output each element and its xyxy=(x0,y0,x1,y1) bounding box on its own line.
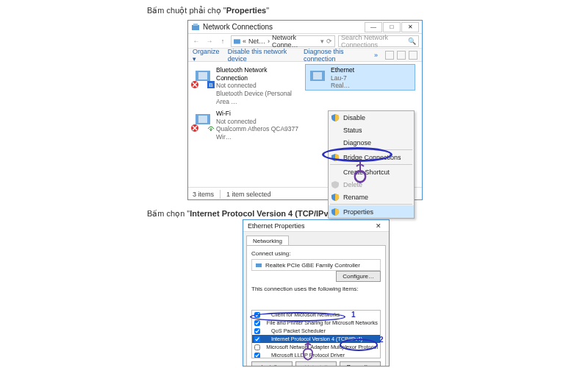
ethernet-icon xyxy=(307,66,328,87)
titlebar[interactable]: Network Connections — □ ✕ xyxy=(188,21,422,34)
bluetooth-badge-icon: B xyxy=(207,81,215,88)
disable-device-button[interactable]: Disable this network device xyxy=(228,48,296,63)
component-icon xyxy=(262,311,269,318)
instruction-1: Bấm chuột phải chọ "Properties" xyxy=(147,6,269,15)
list-item[interactable]: QoS Packet Scheduler xyxy=(252,327,380,335)
control-panel-icon xyxy=(191,23,200,32)
breadcrumb-seg[interactable]: Net… xyxy=(248,38,265,45)
checkbox[interactable] xyxy=(254,336,260,342)
adapter-field: Realtek PCIe GBE Family Controller xyxy=(251,259,381,271)
checkbox[interactable] xyxy=(254,328,260,334)
list-item[interactable]: Microsoft LLDP Protocol Driver xyxy=(252,351,380,358)
help-icon[interactable] xyxy=(409,51,417,60)
more-button[interactable]: » xyxy=(374,52,378,59)
breadcrumb-seg[interactable]: Network Conne… xyxy=(272,34,318,49)
context-menu: Disable Status Diagnose Bridge Connectio… xyxy=(328,110,415,219)
adapter-icon xyxy=(255,261,262,269)
menu-properties[interactable]: Properties xyxy=(329,205,414,218)
menu-delete: Delete xyxy=(329,178,414,191)
checkbox[interactable] xyxy=(254,344,260,350)
selected-count: 1 item selected xyxy=(226,191,271,198)
menu-disable[interactable]: Disable xyxy=(329,111,414,124)
breadcrumb-seg[interactable]: « xyxy=(243,38,246,45)
connect-using-label: Connect using: xyxy=(251,250,381,257)
breadcrumb-sep: › xyxy=(268,38,270,45)
annotation-2: 2 xyxy=(379,336,384,344)
menu-status[interactable]: Status xyxy=(329,124,414,136)
view-icon[interactable] xyxy=(385,51,394,60)
shield-icon xyxy=(331,113,340,122)
connection-item-wifi[interactable]: Wi-Fi Not connected Qualcomm Atheros QCA… xyxy=(191,108,300,143)
breadcrumb[interactable]: « Net… › Network Conne… ▾ ⟳ xyxy=(231,35,335,47)
checkbox[interactable] xyxy=(254,353,260,358)
minimize-button[interactable]: — xyxy=(365,22,382,32)
close-button[interactable]: ✕ xyxy=(401,22,419,32)
component-icon xyxy=(262,319,265,326)
search-input[interactable]: Search Network Connections 🔍 xyxy=(338,35,419,47)
item-count: 3 items xyxy=(193,191,214,198)
shield-icon xyxy=(331,153,340,162)
ethernet-properties-window: Ethernet Properties ✕ Networking Connect… xyxy=(243,219,390,367)
text-bold: Properties xyxy=(226,6,266,15)
dropdown-icon[interactable]: ▾ xyxy=(320,38,324,45)
connection-info: Ethernet Lau-7 Real… xyxy=(331,66,354,88)
view-icon[interactable] xyxy=(397,51,406,60)
list-item[interactable]: File and Printer Sharing for Microsoft N… xyxy=(252,319,380,327)
shield-icon xyxy=(331,180,340,189)
checkbox[interactable] xyxy=(254,320,260,326)
disabled-badge-icon xyxy=(191,124,198,132)
svg-rect-15 xyxy=(256,263,262,267)
organize-menu[interactable]: Organize ▾ xyxy=(193,48,220,63)
forward-button[interactable]: → xyxy=(204,36,215,46)
list-item-tcpipv4[interactable]: Internet Protocol Version 4 (TCP/IPv4) xyxy=(252,335,380,343)
shield-icon xyxy=(331,193,340,202)
diagnose-button[interactable]: Diagnose this connection xyxy=(304,48,367,63)
shield-icon xyxy=(331,208,340,216)
uninstall-button: Uninstall xyxy=(295,361,337,367)
uses-label: This connection uses the following items… xyxy=(251,286,381,292)
maximize-button[interactable]: □ xyxy=(383,22,401,32)
connection-item-ethernet[interactable]: Ethernet Lau-7 Real… xyxy=(306,65,415,90)
connection-item-bluetooth[interactable]: B Bluetooth Network Connection Not conne… xyxy=(191,65,300,107)
search-icon: 🔍 xyxy=(408,38,416,45)
adapter-name: Realtek PCIe GBE Family Controller xyxy=(265,262,360,269)
configure-button[interactable]: Configure… xyxy=(336,271,381,282)
text: Bấm chọn " xyxy=(147,209,190,218)
component-icon xyxy=(262,328,269,334)
button-row: Install… Uninstall Properties xyxy=(251,361,381,367)
component-icon xyxy=(262,344,264,350)
svg-rect-0 xyxy=(192,25,199,30)
menu-shortcut[interactable]: Create Shortcut xyxy=(329,166,414,178)
menu-diagnose[interactable]: Diagnose xyxy=(329,136,414,149)
back-button[interactable]: ← xyxy=(191,36,201,46)
svg-rect-4 xyxy=(198,72,207,79)
address-bar: ← → ↑ « Net… › Network Conne… ▾ ⟳ Search… xyxy=(188,34,422,49)
install-button[interactable]: Install… xyxy=(251,361,293,367)
menu-rename[interactable]: Rename xyxy=(329,191,414,203)
networking-panel: Connect using: Realtek PCIe GBE Family C… xyxy=(246,245,386,367)
folder-icon xyxy=(234,38,240,45)
tab-networking[interactable]: Networking xyxy=(246,236,289,246)
list-item[interactable]: Microsoft Network Adapter Multiplexor Pr… xyxy=(252,343,380,351)
text: Bấm chuột phải chọ " xyxy=(147,6,226,15)
up-button[interactable]: ↑ xyxy=(218,36,228,46)
network-connections-window: Network Connections — □ ✕ ← → ↑ « Net… ›… xyxy=(187,20,423,200)
search-placeholder: Search Network Connections xyxy=(341,34,408,49)
disabled-badge-icon xyxy=(191,81,198,88)
refresh-icon[interactable]: ⟳ xyxy=(326,38,332,45)
connection-info: Wi-Fi Not connected Qualcomm Atheros QCA… xyxy=(216,110,298,141)
text: " xyxy=(266,6,269,15)
checkbox[interactable] xyxy=(254,312,260,318)
bluetooth-icon: B xyxy=(193,66,213,87)
component-icon xyxy=(262,352,269,358)
list-item[interactable]: Client for Microsoft Networks xyxy=(252,311,380,319)
svg-rect-13 xyxy=(313,72,322,79)
titlebar[interactable]: Ethernet Properties ✕ xyxy=(243,220,389,232)
components-list[interactable]: Client for Microsoft Networks File and P… xyxy=(251,310,381,358)
menu-bridge[interactable]: Bridge Connections xyxy=(329,151,414,163)
toolbar: Organize ▾ Disable this network device D… xyxy=(188,49,422,62)
text-bold: Internet Protocol Version 4 (TCP/IPv4) xyxy=(190,209,335,218)
component-icon xyxy=(262,336,269,342)
close-button[interactable]: ✕ xyxy=(373,222,384,230)
properties-button[interactable]: Properties xyxy=(340,361,381,367)
